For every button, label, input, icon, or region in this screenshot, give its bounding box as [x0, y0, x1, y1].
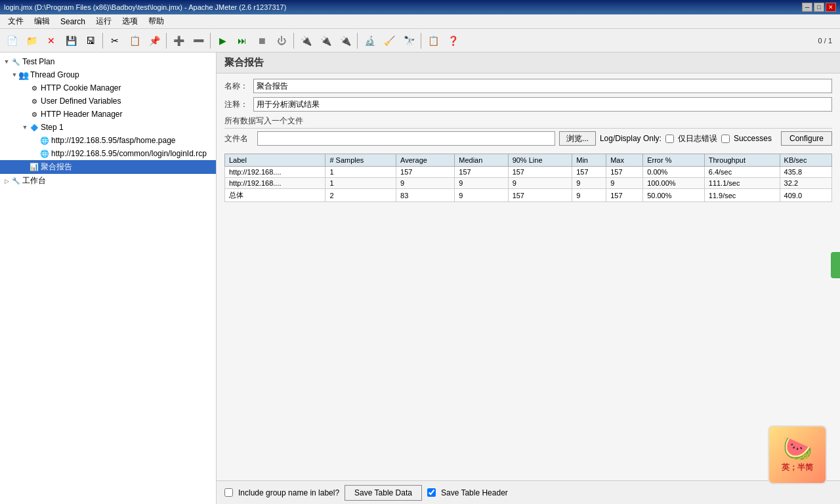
maximize-button[interactable]: □ — [814, 3, 824, 12]
data-table: Label # Samples Average Median 90% Line … — [224, 154, 832, 202]
tree-item-http2[interactable]: ▷ 🌐 http://192.168.5.95/common/login/log… — [0, 147, 216, 160]
menu-run[interactable]: 运行 — [91, 14, 117, 28]
table-row: http://192.168....11571571571571570.00%6… — [225, 167, 832, 178]
reset-button[interactable]: 🔭 — [400, 32, 418, 50]
tree-item-workbench[interactable]: ▷ 🔧 工作台 — [0, 174, 216, 188]
table-cell: 157 — [455, 167, 508, 178]
save-button[interactable]: 💾 — [62, 32, 80, 50]
watermark-text: 英；半简 — [782, 462, 813, 473]
remote-start[interactable]: 🔌 — [297, 32, 315, 50]
scroll-hint — [831, 252, 840, 278]
comment-label: 注释： — [224, 99, 251, 110]
tree-label-workbench: 工作台 — [22, 175, 46, 186]
title-text: login.jmx (D:\Program Files (x86)\Badboy… — [4, 3, 286, 11]
log-errors-checkbox[interactable] — [665, 135, 674, 143]
col-90line: 90% Line — [508, 154, 572, 167]
col-throughput: Throughput — [704, 154, 780, 167]
cut-button[interactable]: ✂ — [106, 32, 124, 50]
remote-stop-all[interactable]: 🔌 — [336, 32, 354, 50]
col-average: Average — [396, 154, 455, 167]
menu-options[interactable]: 选项 — [117, 14, 143, 28]
log-button[interactable]: 📋 — [424, 32, 442, 50]
save-table-button[interactable]: Save Table Data — [345, 485, 422, 501]
include-group-checkbox[interactable] — [224, 488, 233, 497]
table-header: Label # Samples Average Median 90% Line … — [225, 154, 832, 167]
tree-label-testplan: Test Plan — [22, 57, 54, 66]
table-cell: 157 — [508, 189, 572, 202]
tree-item-testplan[interactable]: ▼ 🔧 Test Plan — [0, 55, 216, 68]
table-cell: 157 — [606, 167, 643, 178]
table-cell: 总体 — [225, 189, 326, 202]
sep3 — [210, 33, 211, 49]
results-table: Label # Samples Average Median 90% Line … — [217, 151, 840, 480]
tree-toggle-step1[interactable]: ▼ — [21, 124, 29, 131]
table-body: http://192.168....11571571571571570.00%6… — [225, 167, 832, 202]
menu-search[interactable]: Search — [55, 16, 91, 28]
clear-button[interactable]: 🧹 — [380, 32, 398, 50]
file-label: 文件名 — [224, 133, 251, 144]
table-cell: http://192.168.... — [225, 167, 326, 178]
name-row: 名称： — [224, 79, 832, 93]
tree-item-uservars[interactable]: ▷ ⚙ User Defined Variables — [0, 94, 216, 108]
start-no-pause[interactable]: ⏭ — [233, 32, 251, 50]
table-cell: 9 — [606, 178, 643, 189]
log-display-label: Log/Display Only: — [600, 134, 662, 143]
table-row: http://192.168....199999100.00%111.1/sec… — [225, 178, 832, 189]
sep6 — [421, 33, 421, 49]
tree-toggle-threadgroup[interactable]: ▼ — [10, 72, 18, 78]
stop-button[interactable]: ⏹ — [253, 32, 271, 50]
tree-item-header[interactable]: ▷ ⚙ HTTP Header Manager — [0, 108, 216, 121]
successes-checkbox[interactable] — [721, 135, 730, 143]
tree-label-aggregate: 聚合报告 — [41, 161, 72, 173]
tree-toggle-testplan[interactable]: ▼ — [3, 58, 10, 65]
tree-item-http1[interactable]: ▷ 🌐 http://192.168.5.95/fasp/home.page — [0, 134, 216, 147]
tree-label-cookie: HTTP Cookie Manager — [41, 83, 121, 93]
menubar: 文件 编辑 Search 运行 选项 帮助 — [0, 14, 840, 29]
file-row: 文件名 浏览... Log/Display Only: 仅日志错误 Succes… — [224, 131, 832, 146]
name-label: 名称： — [224, 81, 251, 92]
open-button[interactable]: 📁 — [22, 32, 41, 50]
expand-button[interactable]: ➕ — [169, 32, 188, 50]
table-row: 总体2839157915750.00%11.9/sec409.0 — [225, 189, 832, 202]
remote-stop[interactable]: 🔌 — [316, 32, 335, 50]
browse-button[interactable]: 浏览... — [559, 131, 596, 146]
func-helper[interactable]: 🔬 — [360, 32, 379, 50]
saveas-button[interactable]: 🖫 — [81, 32, 100, 50]
file-input[interactable] — [257, 131, 555, 146]
save-header-checkbox[interactable] — [427, 488, 436, 497]
tree-item-aggregate[interactable]: ▷ 📊 聚合报告 — [0, 160, 216, 174]
tree-item-cookie[interactable]: ▷ ⚙ HTTP Cookie Manager — [0, 81, 216, 94]
collapse-button[interactable]: ➖ — [189, 32, 207, 50]
step1-icon: 🔷 — [29, 122, 39, 133]
copy-button[interactable]: 📋 — [125, 32, 144, 50]
new-button[interactable]: 📄 — [3, 32, 21, 50]
table-cell: 409.0 — [780, 189, 831, 202]
menu-edit[interactable]: 编辑 — [29, 14, 55, 28]
table-cell: 50.00% — [643, 189, 705, 202]
help-button[interactable]: ❓ — [444, 32, 462, 50]
tree-label-http1: http://192.168.5.95/fasp/home.page — [51, 136, 175, 145]
tree-label-uservars: User Defined Variables — [41, 96, 121, 106]
minimize-button[interactable]: ─ — [802, 3, 812, 12]
panel-title: 聚合报告 — [224, 56, 264, 69]
paste-button[interactable]: 📌 — [145, 32, 163, 50]
table-cell: 157 — [606, 189, 643, 202]
table-cell: 157 — [508, 167, 572, 178]
tree-item-threadgroup[interactable]: ▼ 👥 Thread Group — [0, 68, 216, 81]
configure-button[interactable]: Configure — [781, 131, 832, 146]
menu-help[interactable]: 帮助 — [143, 14, 169, 28]
close-button[interactable]: ✕ — [826, 3, 836, 12]
tree-label-http2: http://192.168.5.95/common/login/loginId… — [51, 149, 207, 158]
tree-label-step1: Step 1 — [41, 123, 64, 132]
name-input[interactable] — [253, 79, 832, 93]
tree-toggle-workbench[interactable]: ▷ — [3, 178, 10, 184]
close-button-tb[interactable]: ✕ — [42, 32, 60, 50]
sep1 — [102, 33, 103, 49]
shutdown-button[interactable]: ⏻ — [272, 32, 291, 50]
tree-item-step1[interactable]: ▼ 🔷 Step 1 — [0, 121, 216, 134]
table-cell: 435.8 — [780, 167, 831, 178]
comment-input[interactable] — [253, 97, 832, 112]
menu-file[interactable]: 文件 — [3, 14, 29, 28]
start-button[interactable]: ▶ — [213, 32, 232, 50]
include-group-label: Include group name in label? — [238, 488, 339, 497]
